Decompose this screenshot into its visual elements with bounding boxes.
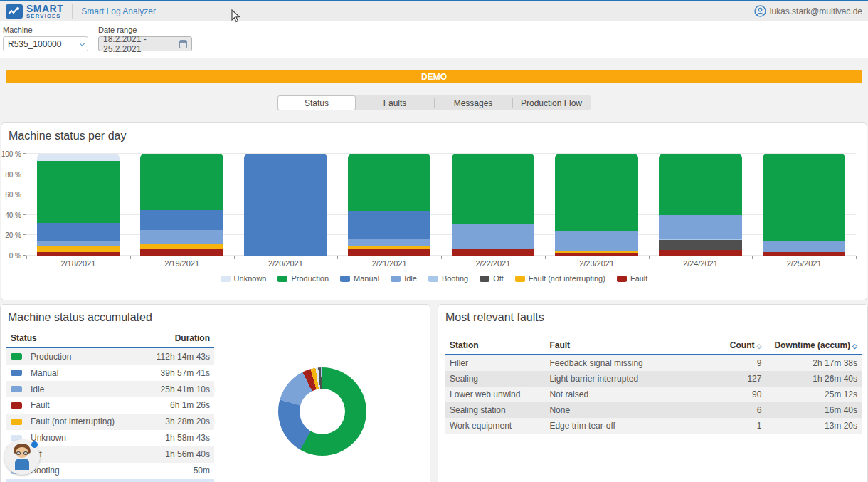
filter-bar: Machine R535_100000 Date range 18.2.2021…	[0, 21, 868, 58]
bar-2/21/2021[interactable]	[348, 154, 431, 256]
bar-segment-manual[interactable]	[244, 154, 327, 256]
bar-segment-idle[interactable]	[348, 239, 431, 246]
status-name: Production	[31, 352, 71, 362]
x-axis-label: 2/25/2021	[752, 256, 856, 268]
faults-title: Most relevant faults	[438, 305, 867, 327]
legend-swatch	[515, 276, 525, 282]
bar-segment-fault[interactable]	[140, 249, 223, 256]
bar-segment-unknown[interactable]	[37, 154, 120, 161]
fault-fault: None	[545, 402, 703, 418]
tab-status[interactable]: Status	[277, 95, 356, 110]
legend-label: Fault (not interrupting)	[529, 274, 605, 283]
column-header-count[interactable]: Count◇	[704, 337, 766, 355]
accumulated-row-fault[interactable]: Fault6h 1m 26s	[6, 397, 214, 414]
y-axis-tick-label: 100 %	[1, 150, 21, 158]
bar-2/22/2021[interactable]	[452, 154, 535, 256]
fault-row-work-equipment[interactable]: Work equipmentEdge trim tear-off113m 20s	[445, 418, 862, 434]
status-name: Manual	[31, 368, 58, 378]
accumulated-row-production[interactable]: Production112h 14m 43s	[6, 347, 214, 365]
legend-label: Manual	[354, 274, 379, 283]
date-range-value: 18.2.2021 - 25.2.2021	[103, 34, 179, 54]
bar-segment-idle[interactable]	[37, 241, 120, 246]
bar-segment-fault-not-interrupting-[interactable]	[37, 246, 120, 252]
y-axis-tick-label: 80 %	[5, 170, 21, 178]
legend-item-fault[interactable]: Fault	[617, 274, 647, 283]
bar-segment-manual[interactable]	[348, 211, 431, 239]
bar-segment-fault-not-interrupting-[interactable]	[140, 244, 223, 249]
x-axis-label: 2/20/2021	[234, 256, 338, 268]
fault-row-lower-web-unwind[interactable]: Lower web unwindNot raised9025m 12s	[445, 387, 862, 402]
bar-segment-idle[interactable]	[140, 230, 223, 244]
tab-messages[interactable]: Messages	[434, 95, 512, 110]
fault-fault: Feedback signal missing	[545, 355, 703, 371]
legend-item-off[interactable]: Off	[480, 274, 503, 283]
bar-2/23/2021[interactable]	[555, 154, 638, 256]
x-axis-label: 2/23/2021	[545, 256, 649, 268]
legend-label: Unknown	[234, 274, 267, 283]
accumulated-total-row: Total192h 8m 43s	[6, 479, 214, 482]
legend-label: Production	[291, 274, 329, 283]
column-header-station[interactable]: Station	[445, 337, 545, 355]
status-swatch	[11, 419, 22, 425]
x-axis-label: 2/19/2021	[130, 256, 234, 268]
sort-icon-active[interactable]: ◇	[852, 342, 857, 350]
bar-segment-production[interactable]	[140, 154, 223, 210]
bar-segment-production[interactable]	[659, 154, 742, 215]
bar-segment-idle[interactable]	[555, 231, 638, 252]
bar-2/19/2021[interactable]	[140, 154, 223, 256]
bar-segment-idle[interactable]	[763, 241, 846, 252]
faults-table: Station Fault Count◇ Downtime (accum)◇ F…	[445, 337, 862, 434]
bar-segment-off[interactable]	[659, 240, 742, 250]
bar-segment-idle[interactable]	[659, 215, 742, 239]
fault-downtime: 2h 17m 38s	[766, 355, 862, 371]
accumulated-row-idle[interactable]: Idle25h 41m 10s	[6, 381, 214, 397]
fault-fault: Not raised	[545, 387, 703, 402]
notification-dot	[31, 441, 38, 448]
bar-2/25/2021[interactable]	[763, 154, 846, 256]
bar-2/18/2021[interactable]	[37, 154, 120, 256]
legend-item-production[interactable]: Production	[277, 274, 329, 283]
legend-swatch	[617, 276, 627, 282]
bar-segment-fault[interactable]	[452, 249, 535, 256]
sort-icon[interactable]: ◇	[757, 342, 762, 350]
chat-assistant-avatar[interactable]	[4, 439, 40, 475]
date-range-input[interactable]: 18.2.2021 - 25.2.2021	[98, 36, 192, 51]
bar-segment-manual[interactable]	[140, 210, 223, 231]
accumulated-row-fault-not-interrupting-[interactable]: Fault (not interrupting)3h 28m 20s	[6, 414, 214, 430]
smart-services-logo[interactable]: SMART SERVICES	[6, 4, 63, 19]
column-header-duration[interactable]: Duration	[140, 330, 214, 347]
bar-segment-production[interactable]	[763, 154, 846, 241]
bar-segment-fault[interactable]	[348, 249, 431, 256]
accumulated-row-manual[interactable]: Manual39h 57m 41s	[6, 365, 214, 381]
column-header-downtime[interactable]: Downtime (accum)◇	[766, 337, 862, 355]
bar-segment-manual[interactable]	[37, 223, 120, 241]
bar-segment-fault[interactable]	[659, 250, 742, 256]
bar-segment-production[interactable]	[452, 154, 535, 224]
legend-label: Fault	[630, 274, 647, 283]
legend-item-manual[interactable]: Manual	[340, 274, 379, 283]
tab-production-flow[interactable]: Production Flow	[512, 95, 591, 110]
legend-label: Booting	[442, 274, 468, 283]
legend-item-booting[interactable]: Booting	[428, 274, 468, 283]
status-duration: 25h 41m 10s	[140, 381, 214, 397]
fault-row-filler[interactable]: FillerFeedback signal missing92h 17m 38s	[445, 355, 862, 371]
fault-row-sealing-station[interactable]: Sealing stationNone616m 40s	[445, 402, 862, 418]
column-header-fault[interactable]: Fault	[545, 337, 703, 355]
bar-segment-production[interactable]	[348, 154, 431, 211]
machine-select[interactable]: R535_100000	[3, 36, 88, 51]
bar-segment-production[interactable]	[37, 161, 120, 223]
user-menu[interactable]: lukas.stark@multivac.de	[754, 5, 862, 17]
bar-segment-idle[interactable]	[452, 224, 535, 250]
bar-segment-production[interactable]	[555, 154, 638, 231]
status-duration: 6h 1m 26s	[140, 397, 214, 414]
bar-2/24/2021[interactable]	[659, 154, 742, 256]
legend-item-fault-not-interrupting-[interactable]: Fault (not interrupting)	[515, 274, 605, 283]
column-header-status[interactable]: Status	[6, 330, 140, 347]
tab-faults[interactable]: Faults	[356, 95, 434, 110]
calendar-icon	[179, 40, 187, 48]
bar-2/20/2021[interactable]	[244, 154, 327, 256]
legend-item-idle[interactable]: Idle	[391, 274, 417, 283]
legend-item-unknown[interactable]: Unknown	[221, 274, 267, 283]
fault-row-sealing[interactable]: SealingLight barrier interrupted1271h 26…	[445, 371, 862, 387]
user-icon	[754, 5, 766, 17]
